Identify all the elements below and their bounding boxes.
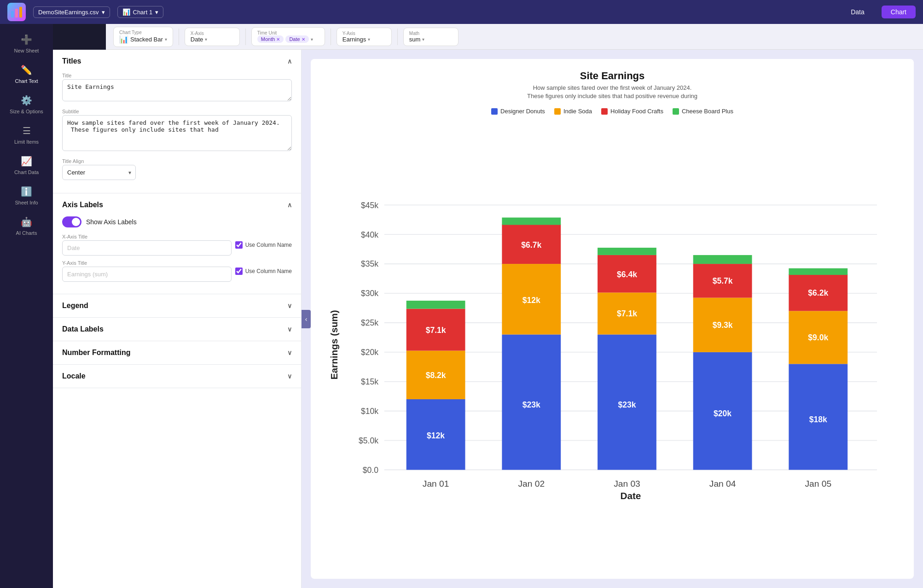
x-axis-title-input[interactable] <box>62 240 232 256</box>
svg-text:$10k: $10k <box>361 407 378 416</box>
data-labels-section-header[interactable]: Data Labels ∨ <box>53 318 301 341</box>
bar-jan02[interactable]: $23k $12k $6.7k Jan 02 <box>502 218 561 489</box>
chart-area: ‹ Site Earnings How sample sites fared o… <box>302 50 923 588</box>
legend-collapse-icon: ∨ <box>287 302 292 309</box>
sidebar-item-new-sheet[interactable]: ➕ New Sheet <box>4 29 50 58</box>
bar-jan03[interactable]: $23k $7.1k $6.4k Jan 03 <box>598 248 656 489</box>
svg-text:$7.1k: $7.1k <box>617 309 637 318</box>
number-formatting-section: Number Formatting ∨ <box>53 341 301 365</box>
chart-svg-wrapper: Earnings (sum) $0.0 $5.0k $10k <box>325 122 899 568</box>
sidebar-item-size-options[interactable]: ⚙️ Size & Options <box>4 90 50 119</box>
svg-rect-2 <box>19 7 22 17</box>
legend-section: Legend ∨ <box>53 294 301 318</box>
x-axis-selector[interactable]: X-Axis Date ▾ <box>185 28 240 46</box>
axis-labels-section-header[interactable]: Axis Labels ∧ <box>53 193 301 216</box>
show-axis-labels-toggle[interactable] <box>62 216 81 227</box>
locale-section-header[interactable]: Locale ∨ <box>53 365 301 388</box>
data-nav-button[interactable]: Data <box>841 5 874 19</box>
y-axis-selector[interactable]: Y-Axis Earnings ▾ <box>337 28 392 46</box>
number-formatting-section-header[interactable]: Number Formatting ∨ <box>53 341 301 364</box>
legend-color-designer-donuts <box>491 108 498 115</box>
svg-text:$6.2k: $6.2k <box>808 288 828 297</box>
ai-charts-icon: 🤖 <box>21 216 32 227</box>
size-options-icon: ⚙️ <box>21 95 32 106</box>
titles-section-header[interactable]: Titles ∧ <box>53 50 301 73</box>
app-logo <box>7 3 26 21</box>
svg-text:$6.7k: $6.7k <box>521 240 541 250</box>
sidebar: ➕ New Sheet ✏️ Chart Text ⚙️ Size & Opti… <box>0 24 53 588</box>
chart-text-icon: ✏️ <box>21 64 32 76</box>
svg-text:$5.7k: $5.7k <box>713 277 733 286</box>
month-tag[interactable]: Month ✕ <box>257 35 284 43</box>
svg-rect-34 <box>502 218 561 225</box>
bar-chart-svg: Earnings (sum) $0.0 $5.0k $10k <box>325 122 899 568</box>
axis-labels-section: Axis Labels ∧ Show Axis Labels X-Axis Ti… <box>53 193 301 294</box>
svg-text:$18k: $18k <box>809 415 827 424</box>
panel-collapse-button[interactable]: ‹ <box>302 310 311 328</box>
y-axis-title-input[interactable] <box>62 267 232 282</box>
date-tag[interactable]: Date ✕ <box>285 35 308 43</box>
y-axis-column-name-checkbox[interactable] <box>235 268 243 275</box>
subtitle-field: Subtitle How sample sites fared over the… <box>62 109 292 153</box>
locale-collapse-icon: ∨ <box>287 373 292 380</box>
sidebar-item-limit-items[interactable]: ☰ Limit Items <box>4 121 50 149</box>
svg-rect-26 <box>406 301 465 309</box>
chart-type-selector[interactable]: Chart Type 📊 Stacked Bar ▾ <box>113 27 173 47</box>
svg-text:$6.4k: $6.4k <box>617 270 637 279</box>
sheet-info-icon: ℹ️ <box>21 186 32 197</box>
titles-section: Titles ∧ Title Site Earnings Subtitle Ho… <box>53 50 301 193</box>
title-align-select[interactable]: Left Center Right <box>62 165 136 180</box>
svg-text:Jan 02: Jan 02 <box>518 479 545 489</box>
svg-text:$35k: $35k <box>361 260 378 269</box>
sidebar-item-ai-charts[interactable]: 🤖 AI Charts <box>4 212 50 240</box>
legend-color-holiday-food-crafts <box>601 108 608 115</box>
sidebar-item-chart-data[interactable]: 📈 Chart Data <box>4 151 50 180</box>
svg-text:$30k: $30k <box>361 289 378 298</box>
svg-text:$40k: $40k <box>361 230 378 239</box>
y-axis-title-row: Y-Axis Title Use Column Name <box>62 260 292 282</box>
subtitle-input[interactable]: How sample sites fared over the first we… <box>62 115 292 151</box>
title-align-field: Title Align Left Center Right ▾ <box>62 158 292 180</box>
toolbar-divider-4 <box>397 29 398 45</box>
bar-jan01[interactable]: $12k $8.2k $7.1k Jan 01 <box>406 301 465 489</box>
sidebar-item-sheet-info[interactable]: ℹ️ Sheet Info <box>4 181 50 210</box>
x-axis-use-column-name: Use Column Name <box>235 241 292 249</box>
svg-rect-42 <box>598 248 656 255</box>
titles-body: Title Site Earnings Subtitle How sample … <box>53 73 301 193</box>
sidebar-item-chart-text[interactable]: ✏️ Chart Text <box>4 60 50 88</box>
legend-item-designer-donuts: Designer Donuts <box>491 108 545 115</box>
svg-rect-1 <box>15 9 18 17</box>
title-input[interactable]: Site Earnings <box>62 79 292 101</box>
main-layout: ➕ New Sheet ✏️ Chart Text ⚙️ Size & Opti… <box>0 24 923 588</box>
svg-text:Jan 04: Jan 04 <box>709 479 736 489</box>
svg-rect-58 <box>789 268 848 275</box>
chart-nav-button[interactable]: Chart <box>882 6 916 18</box>
svg-text:$0.0: $0.0 <box>363 466 378 475</box>
number-formatting-collapse-icon: ∨ <box>287 349 292 356</box>
title-align-select-wrap: Left Center Right ▾ <box>62 165 136 180</box>
x-axis-column-name-checkbox[interactable] <box>235 241 243 249</box>
time-unit-selector[interactable]: Time Unit Month ✕ Date ✕ ▾ <box>251 27 325 46</box>
svg-text:Jan 05: Jan 05 <box>805 479 832 489</box>
bar-jan04[interactable]: $20k $9.3k $5.7k Jan 04 <box>693 255 752 489</box>
svg-text:$8.2k: $8.2k <box>426 371 446 380</box>
svg-text:$9.0k: $9.0k <box>808 333 828 343</box>
svg-text:$20k: $20k <box>361 348 378 357</box>
chart-title: Site Earnings <box>325 70 899 82</box>
legend-color-cheese-board-plus <box>673 108 679 115</box>
svg-rect-50 <box>693 255 752 264</box>
y-axis-title-label: Earnings (sum) <box>329 310 339 380</box>
title-field: Title Site Earnings <box>62 73 292 103</box>
file-name-button[interactable]: DemoSiteEarnings.csv ▾ <box>33 6 110 18</box>
svg-text:$12k: $12k <box>427 431 445 440</box>
legend-section-header[interactable]: Legend ∨ <box>53 294 301 317</box>
legend-item-holiday-food-crafts: Holiday Food Crafts <box>601 108 663 115</box>
math-selector[interactable]: Math sum ▾ <box>403 28 459 46</box>
svg-text:$7.1k: $7.1k <box>426 326 446 335</box>
svg-rect-0 <box>11 11 14 17</box>
chart-tab-button[interactable]: 📊 Chart 1 ▾ <box>117 6 164 18</box>
bar-jan05[interactable]: $18k $9.0k $6.2k Jan 05 <box>789 268 848 489</box>
svg-text:$9.3k: $9.3k <box>713 320 733 330</box>
top-nav: DemoSiteEarnings.csv ▾ 📊 Chart 1 ▾ Data … <box>0 0 923 24</box>
chart-toolbar: Chart Type 📊 Stacked Bar ▾ X-Axis Date ▾… <box>106 24 923 50</box>
